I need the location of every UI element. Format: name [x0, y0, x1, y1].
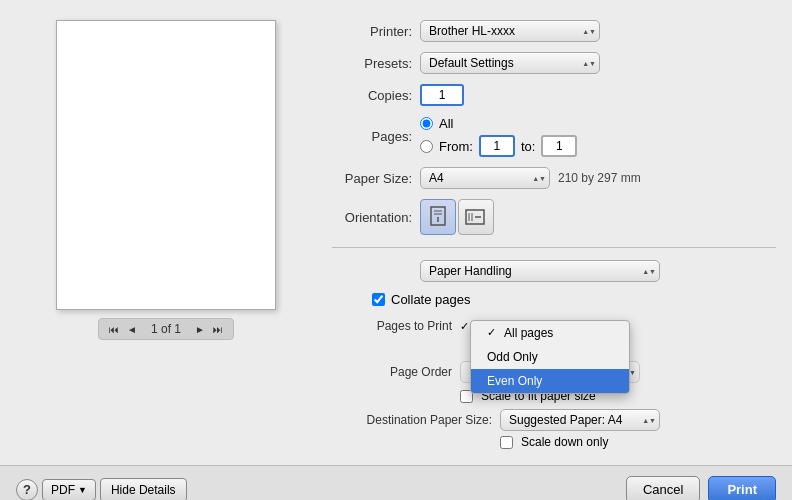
help-icon: ?	[23, 482, 31, 497]
copies-row: Copies: 1	[332, 84, 776, 106]
pages-to-input[interactable]: 1	[541, 135, 577, 157]
destination-label: Destination Paper Size:	[332, 413, 492, 427]
pages-to-print-menu: All pages Odd Only Even Only	[470, 320, 630, 394]
print-label: Print	[727, 482, 757, 497]
paper-size-select-wrapper: A4	[420, 167, 550, 189]
page-preview	[56, 20, 276, 310]
dropdown-trigger-area: ✓ All pages Odd Only Even Only	[460, 320, 469, 333]
help-button[interactable]: ?	[16, 479, 38, 501]
destination-select[interactable]: Suggested Paper: A4	[500, 409, 660, 431]
paper-size-label: Paper Size:	[332, 171, 412, 186]
pages-all-radio[interactable]	[420, 117, 433, 130]
pages-to-print-dropdown-area: ✓ All pages Odd Only Even Only	[460, 320, 469, 333]
scale-down-row: Scale down only	[332, 435, 776, 449]
pages-odd-option-label: Odd Only	[487, 350, 538, 364]
page-order-label: Page Order	[332, 365, 452, 379]
pages-from-label: From:	[439, 139, 473, 154]
landscape-button[interactable]	[458, 199, 494, 235]
pdf-button[interactable]: PDF ▼	[42, 479, 96, 501]
pages-to-print-section: Pages to Print ✓ All pages Odd Only	[332, 319, 776, 449]
pages-all-label: All	[439, 116, 453, 131]
pages-label: Pages:	[332, 129, 412, 144]
pages-from-input[interactable]: 1	[479, 135, 515, 157]
pages-to-print-row: Pages to Print ✓ All pages Odd Only	[332, 319, 776, 333]
presets-select-wrapper: Default Settings	[420, 52, 600, 74]
portrait-button[interactable]	[420, 199, 456, 235]
controls-panel: Printer: Brother HL-xxxx Presets: Defaul…	[332, 16, 776, 449]
checkmark: ✓	[460, 320, 469, 333]
hide-details-button[interactable]: Hide Details	[100, 478, 187, 501]
pages-even-option-label: Even Only	[487, 374, 542, 388]
printer-select[interactable]: Brother HL-xxxx	[420, 20, 600, 42]
presets-row: Presets: Default Settings	[332, 52, 776, 74]
printer-row: Printer: Brother HL-xxxx	[332, 20, 776, 42]
paper-handling-select[interactable]: Paper Handling	[420, 260, 660, 282]
presets-label: Presets:	[332, 56, 412, 71]
paper-size-select[interactable]: A4	[420, 167, 550, 189]
scale-down-checkbox[interactable]	[500, 436, 513, 449]
collate-checkbox[interactable]	[372, 293, 385, 306]
prev-page-button[interactable]: ◄	[125, 324, 139, 335]
cancel-label: Cancel	[643, 482, 683, 497]
copies-label: Copies:	[332, 88, 412, 103]
preview-controls: ⏮ ◄ 1 of 1 ► ⏭	[98, 318, 234, 340]
pages-from-row: From: 1 to: 1	[420, 135, 577, 157]
paper-size-row: Paper Size: A4 210 by 297 mm	[332, 167, 776, 189]
printer-select-wrapper: Brother HL-xxxx	[420, 20, 600, 42]
pdf-label: PDF	[51, 483, 75, 497]
destination-select-wrapper: Suggested Paper: A4	[500, 409, 660, 431]
copies-input[interactable]: 1	[420, 84, 464, 106]
print-dialog: ⏮ ◄ 1 of 1 ► ⏭ Printer: Brother HL-xxxx …	[0, 0, 792, 500]
pages-all-option[interactable]: All pages	[471, 321, 629, 345]
divider	[332, 247, 776, 248]
paper-handling-row: Paper Handling	[332, 260, 776, 282]
printer-label: Printer:	[332, 24, 412, 39]
pages-radio-group: All From: 1 to: 1	[420, 116, 577, 157]
svg-rect-0	[431, 207, 445, 225]
destination-row: Destination Paper Size: Suggested Paper:…	[332, 409, 776, 431]
pages-to-label: to:	[521, 139, 535, 154]
collate-label: Collate pages	[391, 292, 471, 307]
hide-details-label: Hide Details	[111, 483, 176, 497]
next-page-button[interactable]: ►	[193, 324, 207, 335]
collate-row: Collate pages	[332, 292, 776, 307]
paper-size-dimensions: 210 by 297 mm	[558, 171, 641, 185]
bottom-bar: ? PDF ▼ Hide Details Cancel Print	[0, 465, 792, 500]
preview-panel: ⏮ ◄ 1 of 1 ► ⏭	[16, 16, 316, 449]
print-button[interactable]: Print	[708, 476, 776, 500]
pages-even-option[interactable]: Even Only	[471, 369, 629, 393]
first-page-button[interactable]: ⏮	[107, 324, 121, 335]
bottom-left: ? PDF ▼ Hide Details	[16, 478, 187, 501]
orientation-buttons	[420, 199, 494, 235]
orientation-label: Orientation:	[332, 210, 412, 225]
pages-all-row: All	[420, 116, 577, 131]
pdf-arrow-icon: ▼	[78, 485, 87, 495]
paper-handling-select-wrapper: Paper Handling	[420, 260, 660, 282]
last-page-button[interactable]: ⏭	[211, 324, 225, 335]
pages-to-print-label: Pages to Print	[332, 319, 452, 333]
pages-row: Pages: All From: 1 to: 1	[332, 116, 776, 157]
pages-odd-option[interactable]: Odd Only	[471, 345, 629, 369]
pages-all-option-label: All pages	[504, 326, 553, 340]
orientation-row: Orientation:	[332, 199, 776, 235]
presets-select[interactable]: Default Settings	[420, 52, 600, 74]
page-counter: 1 of 1	[151, 322, 181, 336]
scale-down-label: Scale down only	[521, 435, 608, 449]
cancel-button[interactable]: Cancel	[626, 476, 700, 500]
pages-from-radio[interactable]	[420, 140, 433, 153]
